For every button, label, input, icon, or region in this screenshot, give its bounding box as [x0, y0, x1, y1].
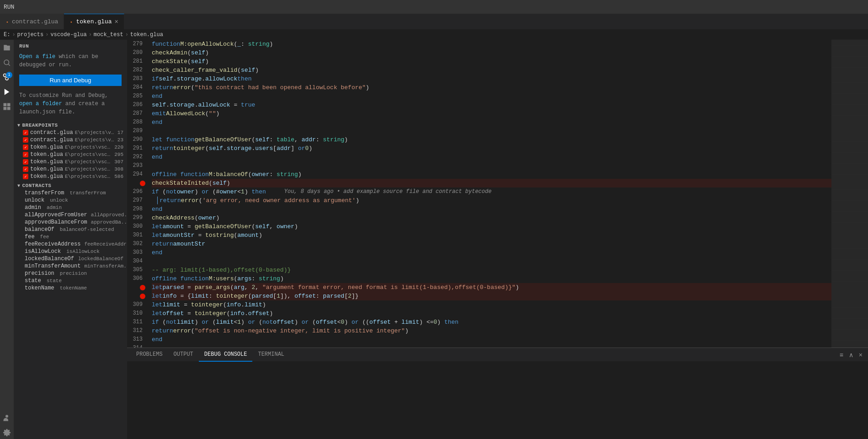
contract-admin[interactable]: admin admin — [14, 204, 127, 211]
ln-281: 281 — [127, 57, 146, 66]
ln-279: 279 — [127, 40, 146, 48]
bp-checkbox-4: ✓ — [23, 152, 28, 157]
tab-contract-glua[interactable]: ⬩ contract.glua — [0, 14, 64, 29]
bp-line-4: 295 — [114, 152, 123, 157]
panel-actions: ≡ ∧ × — [838, 350, 864, 359]
activity-search[interactable] — [0, 56, 13, 69]
tab-close-icon[interactable]: × — [114, 18, 118, 26]
panel-content[interactable] — [127, 362, 868, 439]
ln-288: 288 — [127, 118, 146, 127]
ln-301: 301 — [127, 231, 146, 240]
ln-294: 294 — [127, 170, 146, 179]
open-folder-link[interactable]: open a folder — [19, 101, 62, 107]
panel-close-btn[interactable]: × — [857, 350, 864, 359]
code-line-305: -- arg: limit(1-based),offset(0-based)} — [152, 266, 831, 274]
activity-run[interactable] — [0, 86, 13, 98]
ln-293: 293 — [127, 161, 146, 170]
ln-282: 282 — [127, 66, 146, 75]
code-line-291: return tointeger(self.storage.users[addr… — [152, 144, 831, 153]
tab-terminal-label: TERMINAL — [258, 351, 284, 358]
tab-problems[interactable]: PROBLEMS — [131, 348, 168, 362]
activity-explorer[interactable] — [0, 42, 13, 54]
bp-line-3: 220 — [114, 145, 123, 150]
code-line-293 — [152, 161, 831, 170]
run-and-debug-button[interactable]: Run and Debug — [19, 75, 122, 86]
ln-289: 289 — [127, 127, 146, 135]
bp-line-2: 23 — [117, 137, 123, 143]
code-line-283: if self.storage.allowLock then — [152, 75, 831, 83]
contract-precision[interactable]: precision precision — [14, 270, 127, 277]
code-content: 279 280 281 282 283 284 285 286 287 288 … — [127, 40, 868, 348]
tab-icon-token: ⬩ — [69, 18, 73, 25]
ln-290: 290 — [127, 135, 146, 144]
tab-debug-console[interactable]: DEBUG CONSOLE — [199, 348, 253, 362]
source-control-badge: 1 — [6, 72, 12, 78]
tab-debug-console-label: DEBUG CONSOLE — [204, 351, 247, 358]
activity-accounts[interactable] — [0, 412, 13, 424]
breadcrumb-part-2: projects — [17, 32, 44, 38]
tab-output[interactable]: OUTPUT — [168, 348, 199, 362]
contract-transferFrom[interactable]: transferFrom transferFrom — [14, 189, 127, 197]
code-line-314 — [152, 344, 831, 348]
code-line-312: return error("offset is non-negative int… — [152, 327, 831, 335]
breakpoint-item[interactable]: ✓ contract.glua E\projects\vscode... 17 — [14, 129, 127, 136]
svg-rect-5 — [4, 107, 7, 110]
breakpoint-item[interactable]: ✓ token.glua E\projects\vscode-g... 307 — [14, 158, 127, 166]
breakpoints-section: ▼ BREAKPOINTS ✓ contract.glua E\projects… — [14, 120, 127, 182]
contract-approvedBalanceFrom[interactable]: approvedBalanceFrom approvedBa... — [14, 219, 127, 226]
panel-filter-btn[interactable]: ≡ — [838, 350, 845, 359]
contract-isAllowLock[interactable]: isAllowLock isAllowLock — [14, 248, 127, 255]
bp-path-4: E\projects\vscode-g... — [65, 152, 112, 157]
contract-allApprovedFromUser[interactable]: allApprovedFromUser allApproved... — [14, 211, 127, 219]
ln-296: 296 — [127, 187, 146, 196]
ln-295: 295 — [127, 179, 146, 187]
breakpoint-item[interactable]: ✓ contract.glua E\projects\vscode... 23 — [14, 136, 127, 144]
code-editor[interactable]: 279 280 281 282 283 284 285 286 287 288 … — [127, 40, 868, 348]
contract-feeReceiveAddress[interactable]: feeReceiveAddress feeReceiveAddr... — [14, 241, 127, 248]
ln-297: 297 — [127, 196, 146, 205]
contract-state[interactable]: state state — [14, 277, 127, 284]
bp-path-1: E\projects\vscode... — [75, 130, 116, 135]
breakpoint-item[interactable]: ✓ token.glua E\projects\vscode-g... 220 — [14, 144, 127, 151]
activity-source-control[interactable]: 1 — [0, 71, 13, 84]
bp-line-6: 308 — [114, 166, 123, 172]
activity-settings[interactable] — [0, 426, 13, 439]
contract-tokenName[interactable]: tokenName tokenName — [14, 284, 127, 292]
ln-306: 306 — [127, 274, 146, 283]
code-line-280: checkAdmin(self) — [152, 48, 831, 57]
chevron-down-icon: ▼ — [17, 123, 21, 128]
code-line-308: let info = {limit: tointeger(parsed[1]),… — [152, 292, 831, 300]
breadcrumb-part-4: mock_test — [94, 32, 123, 38]
code-line-310: let offset = tointeger(info.offset) — [152, 309, 831, 318]
bp-path-5: E\projects\vscode-g... — [65, 159, 112, 165]
code-line-300: let amount = getBalanceOfUser(self, owne… — [152, 222, 831, 231]
breakpoint-item[interactable]: ✓ token.glua E\projects\vscode-g... 586 — [14, 173, 127, 180]
contract-unlock[interactable]: unlock unlock — [14, 197, 127, 204]
contracts-header[interactable]: ▼ CONTRACTS — [14, 182, 127, 189]
bp-checkbox-1: ✓ — [23, 130, 28, 135]
breakpoints-header[interactable]: ▼ BREAKPOINTS — [14, 122, 127, 129]
tab-token-glua[interactable]: ⬩ token.glua × — [64, 14, 124, 29]
tab-bar: ⬩ contract.glua ⬩ token.glua × — [0, 14, 868, 30]
chevron-down-icon-2: ▼ — [17, 183, 21, 188]
bp-file-3: token.glua — [30, 144, 63, 150]
contract-minTransferAmount[interactable]: minTransferAmount minTransferAm... — [14, 262, 127, 270]
contract-fee[interactable]: fee fee — [14, 233, 127, 241]
ln-314: 314 — [127, 344, 146, 348]
contracts-section: ▼ CONTRACTS transferFrom transferFrom un… — [14, 182, 127, 439]
code-line-313: end — [152, 335, 831, 344]
ln-299: 299 — [127, 214, 146, 222]
bp-path-7: E\projects\vscode-g... — [65, 174, 112, 179]
sidebar: RUN Open a file which can be debugged or… — [14, 40, 127, 439]
tab-terminal[interactable]: TERMINAL — [252, 348, 290, 362]
breakpoint-item[interactable]: ✓ token.glua E\projects\vscode-g... 308 — [14, 166, 127, 173]
contract-balanceOf[interactable]: balanceOf balanceOf-selected — [14, 226, 127, 233]
bp-file-2: contract.glua — [30, 137, 73, 143]
ln-312: 312 — [127, 327, 146, 335]
bp-path-2: E\projects\vscode... — [75, 137, 116, 143]
panel-collapse-btn[interactable]: ∧ — [847, 350, 855, 359]
contract-lockedBalanceOf[interactable]: lockedBalanceOf lockedBalanceOf — [14, 255, 127, 262]
open-file-link[interactable]: Open a file — [19, 54, 55, 60]
breakpoint-item[interactable]: ✓ token.glua E\projects\vscode-g... 295 — [14, 151, 127, 158]
activity-extensions[interactable] — [0, 100, 13, 113]
